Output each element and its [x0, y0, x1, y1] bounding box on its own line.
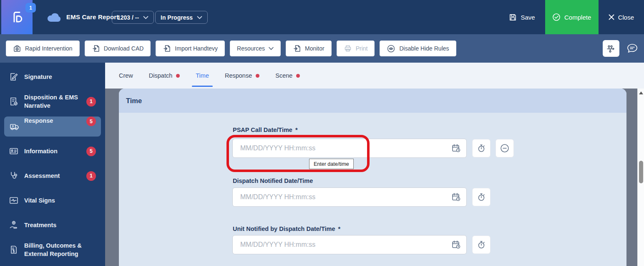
- import-handtevy-label: Import Handtevy: [175, 45, 218, 52]
- psap-call-datetime-label: PSAP Call Date/Time*: [233, 127, 298, 133]
- print-button[interactable]: Print: [337, 41, 375, 56]
- tab-label: Response: [225, 72, 252, 79]
- page-title: EMS Care Report: [66, 13, 119, 20]
- sidebar-item-label: Response: [24, 117, 90, 125]
- calendar-clock-icon[interactable]: [451, 192, 461, 202]
- printer-icon: [344, 44, 352, 53]
- first-due-logo-icon: [9, 9, 25, 25]
- save-label: Save: [521, 14, 535, 21]
- issue-count-badge: 5: [86, 147, 96, 156]
- hand-plus-icon: [8, 220, 19, 230]
- sidebar-item-disposition-ems-narrative[interactable]: Disposition & EMS Narrative 1: [0, 88, 105, 115]
- sidebar-item-assessment[interactable]: Assessment 1: [0, 166, 105, 186]
- eye-circle-icon: [387, 44, 395, 53]
- tab-label: Dispatch: [149, 72, 172, 79]
- sidebar-item-label: Disposition & EMS Narrative: [24, 93, 90, 110]
- psap-stopwatch-button[interactable]: [472, 139, 491, 157]
- chevron-down-icon: [143, 16, 148, 19]
- calendar-clock-icon[interactable]: [451, 240, 461, 250]
- tab-time[interactable]: Time: [196, 63, 209, 89]
- tab-label: Time: [196, 72, 209, 79]
- billing-document-icon: [8, 245, 19, 255]
- validation-dot: [256, 74, 259, 78]
- report-number-value: 1203 / --: [117, 14, 139, 21]
- section-title: Time: [126, 97, 142, 105]
- tab-scene[interactable]: Scene: [275, 63, 300, 89]
- psap-call-datetime-input[interactable]: [232, 139, 467, 158]
- calendar-clock-icon[interactable]: [451, 143, 461, 153]
- unit-notified-datetime-field: [232, 235, 467, 254]
- sidebar-item-vital-signs[interactable]: Vital Signs: [0, 190, 105, 210]
- tab-dispatch[interactable]: Dispatch: [149, 63, 180, 89]
- cloud-sync-icon: [47, 12, 62, 23]
- close-label: Close: [618, 14, 634, 21]
- stopwatch-icon: [476, 240, 486, 250]
- tab-response[interactable]: Response: [225, 63, 259, 89]
- psap-remove-button[interactable]: [496, 139, 514, 157]
- report-sections-sidebar: Signature Disposition & EMS Narrative 1: [0, 63, 105, 266]
- sidebar-item-label: Treatments: [24, 221, 90, 229]
- sidebar-item-information[interactable]: Information 5: [0, 141, 105, 161]
- monitor-label: Monitor: [305, 45, 325, 52]
- tab-crew[interactable]: Crew: [119, 63, 133, 89]
- report-number-dropdown[interactable]: 1203 / --: [112, 11, 154, 24]
- enter-datetime-tooltip: Enter date/time: [309, 159, 354, 169]
- status-dropdown[interactable]: In Progress: [155, 11, 208, 24]
- ems-care-report-window: 1 EMS Care Report 1203 / -- In Progress: [0, 0, 644, 266]
- import-handtevy-button[interactable]: Import Handtevy: [156, 41, 225, 56]
- tab-label: Crew: [119, 72, 133, 79]
- top-bar: 1 EMS Care Report 1203 / -- In Progress: [0, 0, 644, 34]
- vertical-scrollbar[interactable]: [637, 89, 644, 266]
- sidebar-item-signature[interactable]: Signature: [0, 67, 105, 87]
- disable-hide-rules-button[interactable]: Disable Hide Rules: [380, 41, 456, 56]
- dispatch-stopwatch-button[interactable]: [472, 188, 491, 206]
- sidebar-item-label: Assessment: [24, 172, 90, 180]
- stopwatch-icon: [476, 192, 486, 202]
- monitor-button[interactable]: Monitor: [286, 41, 332, 56]
- file-import-icon: [293, 44, 301, 53]
- status-value: In Progress: [161, 14, 193, 21]
- id-card-icon: [8, 146, 19, 156]
- time-section-card: Time PSAP Call Date/Time*: [119, 89, 626, 266]
- save-button[interactable]: Save: [499, 0, 545, 34]
- close-button[interactable]: Close: [599, 0, 644, 34]
- sidebar-item-label: Information: [24, 147, 90, 155]
- dispatch-notified-datetime-input[interactable]: [232, 187, 467, 207]
- validation-dot: [296, 74, 300, 78]
- unit-notified-datetime-label: Unit Notified by Dispatch Date/Time*: [233, 225, 340, 232]
- required-marker: *: [295, 127, 298, 133]
- scroll-up-arrow-icon[interactable]: [639, 91, 643, 94]
- signature-icon: [8, 72, 19, 82]
- dispatch-notified-datetime-label: Dispatch Notified Date/Time: [233, 177, 313, 184]
- disable-hide-rules-label: Disable Hide Rules: [399, 45, 449, 52]
- scrollbar-thumb[interactable]: [639, 161, 643, 183]
- unit-notified-datetime-input[interactable]: [232, 235, 467, 254]
- minus-circle-icon: [499, 143, 510, 154]
- download-cad-button[interactable]: Download CAD: [85, 41, 151, 56]
- complete-button[interactable]: Complete: [545, 0, 599, 34]
- sidebar-item-label: Vital Signs: [24, 196, 90, 205]
- section-header: Time: [119, 89, 626, 113]
- file-import-icon: [163, 44, 171, 53]
- document-check-icon: [8, 96, 19, 106]
- sidebar-item-label: Billing, Outcomes & External Reporting: [24, 241, 90, 258]
- resources-dropdown-button[interactable]: Resources: [230, 41, 281, 56]
- sidebar-item-response[interactable]: Response 5: [4, 117, 101, 137]
- complete-label: Complete: [564, 14, 591, 21]
- issue-count-badge: 1: [86, 171, 96, 181]
- timeline-button[interactable]: [603, 40, 619, 57]
- print-label: Print: [356, 45, 368, 52]
- unit-notified-stopwatch-button[interactable]: [472, 236, 491, 254]
- notification-badge[interactable]: 1: [25, 3, 36, 13]
- psap-call-datetime-field: [232, 139, 467, 158]
- stopwatch-icon: [476, 143, 486, 153]
- sidebar-item-billing-outcomes-external-reporting[interactable]: Billing, Outcomes & External Reporting: [0, 236, 105, 263]
- rapid-intervention-button[interactable]: Rapid Intervention: [6, 41, 80, 56]
- file-import-icon: [92, 44, 100, 53]
- close-x-icon: [609, 14, 614, 20]
- sidebar-item-treatments[interactable]: Treatments: [0, 215, 105, 235]
- action-toolbar: Rapid Intervention Download CAD Import: [0, 34, 644, 63]
- comments-icon[interactable]: [626, 43, 638, 54]
- download-cad-label: Download CAD: [104, 45, 144, 52]
- issue-count-badge: 5: [86, 117, 96, 126]
